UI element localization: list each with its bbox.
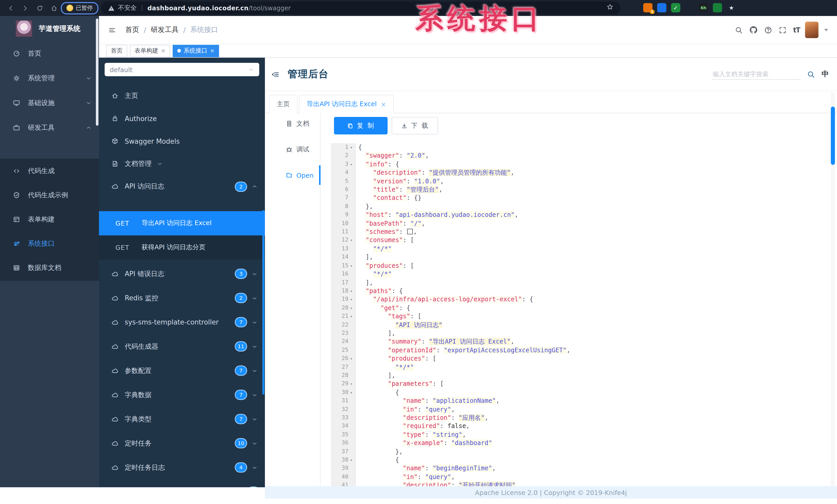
doc-search-icon[interactable] (807, 70, 815, 78)
api-group-Authorize[interactable]: Authorize (99, 107, 265, 130)
fold-arrow-icon[interactable]: ▾ (349, 161, 354, 169)
code-token: "paths" (366, 287, 392, 295)
api-group-文档管理[interactable]: 文档管理 (99, 152, 265, 175)
api-group-定时任务[interactable]: 定时任务10 (99, 431, 265, 455)
tag-chip-表单构建[interactable]: 表单构建× (130, 44, 170, 57)
fold-arrow-icon[interactable]: ▾ (349, 296, 354, 304)
fold-arrow-icon[interactable]: ▾ (349, 237, 354, 245)
api-group-select[interactable]: default (105, 63, 259, 76)
sidebar-item-数据库文档[interactable]: 数据库文档 (0, 256, 99, 280)
sidebar-item-代码生成示例[interactable]: 代码生成示例 (0, 183, 99, 207)
api-group-Redis 监控[interactable]: Redis 监控2 (99, 286, 265, 310)
fold-arrow-icon[interactable]: ▾ (349, 389, 354, 397)
code-line: 31"name": "applicationName", (331, 397, 830, 405)
bookmark-star-icon[interactable] (607, 4, 613, 10)
language-icon[interactable]: 中 (821, 70, 829, 79)
doc-tab-导出API 访问日志 Excel[interactable]: 导出API 访问日志 Excel× (299, 95, 394, 113)
fold-arrow-icon[interactable]: ▾ (349, 304, 354, 313)
download-button[interactable]: 下 载 (392, 117, 438, 134)
api-group-主页[interactable]: 主页 (99, 85, 265, 107)
avatar-caret-icon[interactable] (824, 27, 829, 33)
cloud-icon (110, 391, 120, 398)
sidebar-item-系统接口[interactable]: 系统接口 (0, 231, 99, 256)
sidebar-item-基础设施[interactable]: 基础设施 (0, 91, 99, 115)
api-group-字典类型[interactable]: 字典类型7 (99, 407, 265, 431)
github-icon[interactable] (749, 26, 758, 34)
sidebar-item-label: 表单构建 (28, 214, 55, 224)
font-size-icon[interactable]: tT (793, 26, 800, 34)
breadcrumb-item[interactable]: 研发工具 (151, 25, 179, 35)
api-group-岗位[interactable]: 岗位 (99, 480, 265, 487)
fullscreen-icon[interactable] (779, 26, 786, 34)
doc-tab-主页[interactable]: 主页 (269, 95, 297, 113)
tag-chip-首页[interactable]: 首页 (106, 44, 127, 57)
copy-button[interactable]: 复 制 (334, 117, 388, 134)
extension-star[interactable]: ★ (727, 3, 736, 12)
browser-home-icon[interactable] (51, 4, 58, 12)
code-token: : { (399, 304, 410, 311)
extension-location[interactable] (657, 3, 666, 12)
search-icon[interactable] (735, 26, 743, 34)
doc-search-input[interactable] (712, 69, 800, 79)
back-icon[interactable] (7, 4, 14, 12)
fold-arrow-icon[interactable]: ▾ (349, 456, 354, 465)
sidebar-scrollbar[interactable] (96, 19, 99, 126)
api-operation[interactable]: GET获得API 访问日志分页 (99, 236, 265, 260)
code-line: 4"description": "提供管理员管理的所有功能", (331, 168, 830, 177)
api-group-参数配置[interactable]: 参数配置7 (99, 358, 265, 383)
code-text: "summary": "导出API 访问日志 Excel", (355, 338, 514, 346)
json-editor[interactable]: 1▾{2"swagger": "2.0",3▾"info": {4"descri… (331, 143, 830, 486)
emoji-icon (67, 5, 73, 11)
paused-pill[interactable]: 已暂停 (61, 2, 99, 14)
code-line: 8}, (331, 202, 830, 211)
api-group-label: 主页 (125, 91, 138, 100)
code-text: "name": "beginBeginTime", (355, 464, 496, 473)
extension-green-check[interactable]: ✓ (671, 3, 680, 12)
api-group-代码生成器[interactable]: 代码生成器11 (99, 334, 265, 358)
fold-arrow-icon[interactable]: ▾ (349, 313, 354, 321)
sidebar-item-首页[interactable]: 首页 (0, 41, 99, 66)
help-icon[interactable] (764, 26, 772, 34)
side-tab-Open[interactable]: Open (265, 165, 320, 185)
sidebar-item-系统管理[interactable]: 系统管理 (0, 66, 99, 91)
api-group-API 访问日志[interactable]: API 访问日志2 (99, 175, 265, 198)
api-group-Swagger Models[interactable]: Swagger Models (99, 130, 265, 152)
sidebar-item-研发工具[interactable]: 研发工具 (0, 115, 99, 140)
api-group-sys-sms-template-controller[interactable]: sys-sms-template-controller7 (99, 310, 265, 334)
close-icon[interactable]: × (161, 48, 165, 54)
swagger-scrollbar[interactable] (262, 210, 264, 395)
code-text: { (355, 456, 399, 464)
fold-arrow-icon[interactable]: ▾ (349, 262, 354, 270)
extension-grid[interactable] (685, 3, 694, 12)
api-group-label: 代码生成器 (125, 342, 158, 351)
fold-arrow-icon[interactable]: ▾ (349, 380, 354, 389)
cloud-icon (110, 183, 120, 190)
extension-sprout[interactable] (713, 3, 722, 12)
fold-arrow-icon[interactable]: ▾ (349, 287, 354, 296)
reload-icon[interactable] (36, 4, 43, 12)
sidebar-item-表单构建[interactable]: 表单构建 (0, 207, 99, 231)
api-group-字典数据[interactable]: 字典数据7 (99, 383, 265, 407)
collapse-menu-icon[interactable] (272, 70, 279, 78)
close-icon[interactable]: × (381, 101, 386, 108)
side-tab-文档[interactable]: 文档 (265, 113, 320, 134)
sidebar-item-代码生成[interactable]: 代码生成 (0, 158, 99, 183)
breadcrumb-item[interactable]: 首页 (125, 25, 139, 35)
fold-arrow-icon[interactable]: ▾ (349, 355, 354, 363)
shield-icon (10, 191, 23, 199)
count-badge: 7 (235, 415, 246, 423)
scroll-thumb[interactable] (831, 107, 835, 165)
extension-6h[interactable]: 6h (699, 3, 708, 12)
side-tab-调试[interactable]: 调试 (265, 139, 320, 160)
forward-icon[interactable] (22, 4, 29, 12)
api-group-定时任务日志[interactable]: 定时任务日志4 (99, 455, 265, 480)
close-icon[interactable]: × (210, 48, 214, 54)
hamburger-icon[interactable] (108, 26, 116, 34)
api-group-API 错误日志[interactable]: API 错误日志3 (99, 262, 265, 286)
api-operation[interactable]: GET导出API 访问日志 Excel (99, 211, 265, 236)
user-avatar[interactable] (805, 22, 818, 38)
tag-chip-系统接口[interactable]: 系统接口× (173, 44, 219, 57)
extension-orange[interactable]: 1 (643, 3, 653, 12)
fold-arrow-icon[interactable]: ▾ (349, 144, 354, 152)
code-text: "parameters": [ (355, 380, 444, 388)
